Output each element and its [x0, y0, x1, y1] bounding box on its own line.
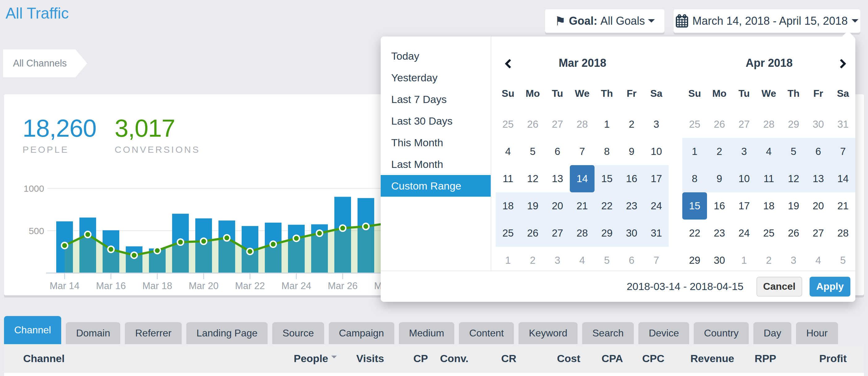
tab-medium[interactable]: Medium — [399, 322, 455, 344]
column-header-cost[interactable]: Cost — [557, 344, 580, 373]
calendar-day[interactable]: 3 — [644, 111, 669, 138]
calendar-day[interactable]: 19 — [520, 192, 545, 220]
tab-content[interactable]: Content — [459, 322, 514, 344]
calendar-day[interactable]: 4 — [806, 247, 831, 274]
tab-day[interactable]: Day — [753, 322, 792, 344]
calendar-day[interactable]: 14 — [831, 165, 855, 192]
calendar-day[interactable]: 25 — [496, 111, 520, 138]
calendar-day[interactable]: 19 — [781, 192, 806, 220]
calendar-day[interactable]: 15 — [594, 165, 619, 192]
column-header-cr[interactable]: CR — [501, 344, 516, 373]
calendar-day[interactable]: 29 — [594, 220, 619, 247]
calendar-day[interactable]: 26 — [520, 111, 545, 138]
calendar-day[interactable]: 18 — [496, 192, 520, 220]
column-header-conv-[interactable]: Conv. — [440, 344, 468, 373]
breadcrumb-all-channels[interactable]: All Channels — [3, 50, 87, 77]
calendar-day[interactable]: 27 — [806, 220, 831, 247]
calendar-day[interactable]: 28 — [570, 220, 594, 247]
column-header-visits[interactable]: Visits — [356, 344, 384, 373]
quick-range-today[interactable]: Today — [381, 45, 491, 67]
tab-domain[interactable]: Domain — [66, 322, 120, 344]
tab-device[interactable]: Device — [639, 322, 689, 344]
calendar-day[interactable]: 11 — [756, 165, 781, 192]
calendar-day[interactable]: 12 — [781, 165, 806, 192]
calendar-day[interactable]: 8 — [594, 138, 619, 165]
calendar-day[interactable]: 25 — [756, 220, 781, 247]
calendar-day[interactable]: 26 — [707, 111, 732, 138]
calendar-day[interactable]: 26 — [520, 220, 545, 247]
column-header-revenue[interactable]: Revenue — [690, 344, 734, 373]
column-header-cp[interactable]: CP — [413, 344, 428, 373]
goal-dropdown-button[interactable]: ⚑ Goal: All Goals — [545, 9, 664, 33]
calendar-day[interactable]: 29 — [682, 247, 707, 274]
calendar-day[interactable]: 13 — [545, 165, 570, 192]
calendar-day[interactable]: 16 — [707, 192, 732, 220]
calendar-day[interactable]: 11 — [496, 165, 520, 192]
tab-keyword[interactable]: Keyword — [519, 322, 578, 344]
calendar-day[interactable]: 27 — [732, 111, 756, 138]
calendar-day-selected[interactable]: 15 — [682, 192, 707, 220]
calendar-day[interactable]: 25 — [496, 220, 520, 247]
calendar-day[interactable]: 30 — [806, 111, 831, 138]
calendar-day[interactable]: 2 — [619, 111, 644, 138]
calendar-day[interactable]: 31 — [644, 220, 669, 247]
calendar-day[interactable]: 18 — [756, 192, 781, 220]
calendar-day[interactable]: 30 — [619, 220, 644, 247]
calendar-day[interactable]: 12 — [520, 165, 545, 192]
calendar-day[interactable]: 4 — [756, 138, 781, 165]
calendar-day[interactable]: 3 — [781, 247, 806, 274]
calendar-day[interactable]: 4 — [570, 247, 594, 274]
calendar-day[interactable]: 27 — [545, 220, 570, 247]
quick-range-this-month[interactable]: This Month — [381, 132, 491, 153]
tab-country[interactable]: Country — [694, 322, 749, 344]
tab-search[interactable]: Search — [582, 322, 634, 344]
calendar-day[interactable]: 17 — [732, 192, 756, 220]
calendar-day[interactable]: 5 — [520, 138, 545, 165]
column-header-cpc[interactable]: CPC — [642, 344, 664, 373]
calendar-day[interactable]: 5 — [781, 138, 806, 165]
calendar-day[interactable]: 22 — [594, 192, 619, 220]
calendar-day[interactable]: 29 — [781, 111, 806, 138]
column-header-rpp[interactable]: RPP — [754, 344, 776, 373]
calendar-day[interactable]: 27 — [545, 111, 570, 138]
date-range-button[interactable]: March 14, 2018 - April 15, 2018 — [674, 9, 860, 33]
tab-referrer[interactable]: Referrer — [125, 322, 181, 344]
calendar-day[interactable]: 20 — [545, 192, 570, 220]
calendar-day[interactable]: 28 — [570, 111, 594, 138]
column-header-people[interactable]: People — [294, 344, 337, 373]
calendar-day[interactable]: 28 — [756, 111, 781, 138]
calendar-day[interactable]: 1 — [496, 247, 520, 274]
calendar-day[interactable]: 20 — [806, 192, 831, 220]
calendar-day[interactable]: 28 — [831, 220, 855, 247]
cancel-button[interactable]: Cancel — [756, 277, 802, 296]
calendar-day[interactable]: 1 — [682, 138, 707, 165]
chevron-right-icon[interactable] — [837, 59, 848, 69]
chevron-left-icon[interactable] — [504, 59, 514, 69]
calendar-day[interactable]: 31 — [831, 111, 855, 138]
calendar-day[interactable]: 7 — [644, 247, 669, 274]
calendar-day[interactable]: 4 — [496, 138, 520, 165]
calendar-day[interactable]: 16 — [619, 165, 644, 192]
calendar-day[interactable]: 3 — [732, 138, 756, 165]
calendar-day[interactable]: 21 — [570, 192, 594, 220]
apply-button[interactable]: Apply — [810, 277, 850, 296]
calendar-day[interactable]: 3 — [545, 247, 570, 274]
calendar-day[interactable]: 6 — [545, 138, 570, 165]
calendar-day[interactable]: 6 — [619, 247, 644, 274]
tab-landing-page[interactable]: Landing Page — [186, 322, 268, 344]
calendar-day[interactable]: 1 — [732, 247, 756, 274]
tab-source[interactable]: Source — [272, 322, 324, 344]
calendar-day[interactable]: 2 — [520, 247, 545, 274]
calendar-day[interactable]: 5 — [831, 247, 855, 274]
quick-range-last-30-days[interactable]: Last 30 Days — [381, 110, 491, 132]
tab-channel[interactable]: Channel — [4, 316, 61, 344]
quick-range-yesterday[interactable]: Yesterday — [381, 67, 491, 88]
calendar-day[interactable]: 2 — [707, 138, 732, 165]
calendar-day[interactable]: 7 — [831, 138, 855, 165]
calendar-day[interactable]: 13 — [806, 165, 831, 192]
calendar-day[interactable]: 23 — [619, 192, 644, 220]
calendar-day[interactable]: 10 — [644, 138, 669, 165]
calendar-day[interactable]: 2 — [756, 247, 781, 274]
calendar-day[interactable]: 26 — [781, 220, 806, 247]
calendar-day[interactable]: 30 — [707, 247, 732, 274]
